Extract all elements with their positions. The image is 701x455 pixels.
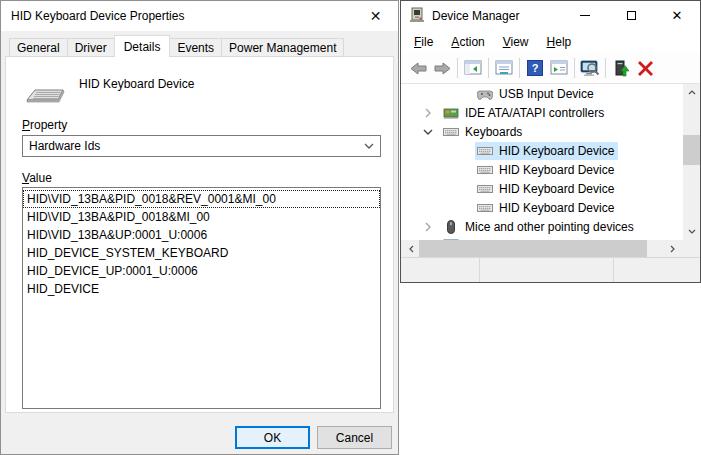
toolbar-separator [457,58,458,78]
tree-item-label: IDE ATA/ATAPI controllers [465,106,604,120]
list-item[interactable]: HID_DEVICE_UP:0001_U:0006 [23,262,380,280]
update-driver-button[interactable] [609,56,633,80]
scroll-up-icon[interactable] [683,84,700,101]
tab-events[interactable]: Events [170,38,222,57]
keyboard-icon [443,124,459,140]
tree-item-hid-keyboard-device[interactable]: HID Keyboard Device [401,160,683,179]
tab-general[interactable]: General [9,38,68,57]
statusbar-divider [479,258,480,282]
device-manager-window: Device Manager ✕ File Action View Help [400,0,701,283]
menu-file[interactable]: File [405,33,442,51]
menubar: File Action View Help [401,31,700,53]
dialog-close-button[interactable]: ✕ [353,1,398,30]
help-button[interactable]: ? [523,56,547,80]
keyboard-icon [477,162,493,178]
dm-title: Device Manager [432,9,519,23]
close-icon: ✕ [370,8,382,24]
console-tree-button[interactable] [461,56,485,80]
window-list-button[interactable] [547,56,571,80]
update-driver-icon [613,60,629,77]
list-item[interactable]: HID\VID_13BA&PID_0018&MI_00 [23,208,380,226]
minimize-button[interactable] [562,1,608,30]
tree-item-label: HID Keyboard Device [499,163,614,177]
tree-item-label: HID Keyboard Device [499,201,614,215]
svg-text:?: ? [532,62,539,74]
vertical-scroll-thumb[interactable] [683,135,700,165]
list-item[interactable]: HID\VID_13BA&UP:0001_U:0006 [23,226,380,244]
statusbar [401,257,700,282]
horizontal-scroll-thumb[interactable] [419,240,647,257]
device-tree: USB Input Device IDE ATA/ATAPI controlle… [401,84,683,240]
statusbar-divider [613,258,614,282]
horizontal-scrollbar[interactable] [401,240,683,257]
properties-dialog: HID Keyboard Device Properties ✕ General… [0,0,399,455]
menu-action[interactable]: Action [442,33,493,51]
tree-item-keyboards[interactable]: Keyboards [401,122,683,141]
list-item[interactable]: HID_DEVICE [23,280,380,298]
dialog-title: HID Keyboard Device Properties [1,9,184,23]
back-icon [410,62,427,75]
scrollbar-corner [683,240,700,257]
property-dropdown-value: Hardware Ids [23,139,358,153]
tab-power-management[interactable]: Power Management [222,38,344,57]
value-listbox[interactable]: HID\VID_13BA&PID_0018&REV_0001&MI_00 HID… [22,187,381,409]
tree-item-hid-keyboard-device[interactable]: HID Keyboard Device [401,141,683,160]
tree-item-mice[interactable]: Mice and other pointing devices [401,217,683,236]
value-label: Value [22,171,52,185]
list-item[interactable]: HID_DEVICE_SYSTEM_KEYBOARD [23,244,380,262]
scroll-down-icon[interactable] [683,223,700,240]
vertical-scrollbar[interactable] [683,84,700,240]
tree-item-label: Keyboards [465,125,522,139]
scan-hardware-button[interactable] [578,56,602,80]
tree-item-usb-input-device[interactable]: USB Input Device [401,84,683,103]
chevron-down-icon [358,143,380,149]
toolbar-separator [605,58,606,78]
uninstall-device-button[interactable] [633,56,657,80]
chevron-down-icon[interactable] [421,129,435,135]
minimize-icon [580,15,590,16]
properties-icon [495,60,513,76]
tab-details[interactable]: Details [114,35,171,57]
forward-button[interactable] [430,56,454,80]
scroll-right-icon[interactable] [664,240,681,257]
properties-button[interactable] [492,56,516,80]
console-tree-icon [464,60,482,76]
tree-item-hid-keyboard-device[interactable]: HID Keyboard Device [401,179,683,198]
scan-hardware-icon [580,60,600,77]
toolbar: ? [401,53,700,84]
dialog-titlebar: HID Keyboard Device Properties [1,1,398,31]
ok-button[interactable]: OK [235,426,310,449]
window-list-icon [550,60,568,76]
maximize-button[interactable] [608,1,654,30]
list-item[interactable]: HID\VID_13BA&PID_0018&REV_0001&MI_00 [23,190,380,208]
scroll-left-icon[interactable] [403,240,420,257]
menu-help[interactable]: Help [538,33,581,51]
close-button[interactable]: ✕ [654,1,700,30]
back-button[interactable] [406,56,430,80]
chip-icon [443,105,459,121]
keyboard-clipart-icon [25,85,67,110]
property-dropdown[interactable]: Hardware Ids [22,135,381,157]
close-icon: ✕ [672,8,683,23]
cancel-button[interactable]: Cancel [317,426,392,449]
tree-item-label: HID Keyboard Device [499,144,614,158]
toolbar-separator [574,58,575,78]
tab-driver[interactable]: Driver [68,38,115,57]
window-controls: ✕ [562,1,700,30]
keyboard-icon [477,200,493,216]
keyboard-icon [477,143,493,159]
forward-icon [434,62,451,75]
tree-item-label: HID Keyboard Device [499,182,614,196]
gamepad-icon [477,86,493,102]
property-label: Property [22,118,67,132]
device-name: HID Keyboard Device [79,77,194,91]
tree-item-ide-ata-atapi-controllers[interactable]: IDE ATA/ATAPI controllers [401,103,683,122]
tree-item-label: USB Input Device [499,87,594,101]
tree-item-hid-keyboard-device[interactable]: HID Keyboard Device [401,198,683,217]
chevron-right-icon[interactable] [421,108,435,118]
device-header: HID Keyboard Device [22,69,383,109]
details-tab-page: HID Keyboard Device Property Hardware Id… [5,56,394,413]
chevron-right-icon[interactable] [421,222,435,232]
menu-view[interactable]: View [494,33,538,51]
mouse-icon [443,219,459,235]
